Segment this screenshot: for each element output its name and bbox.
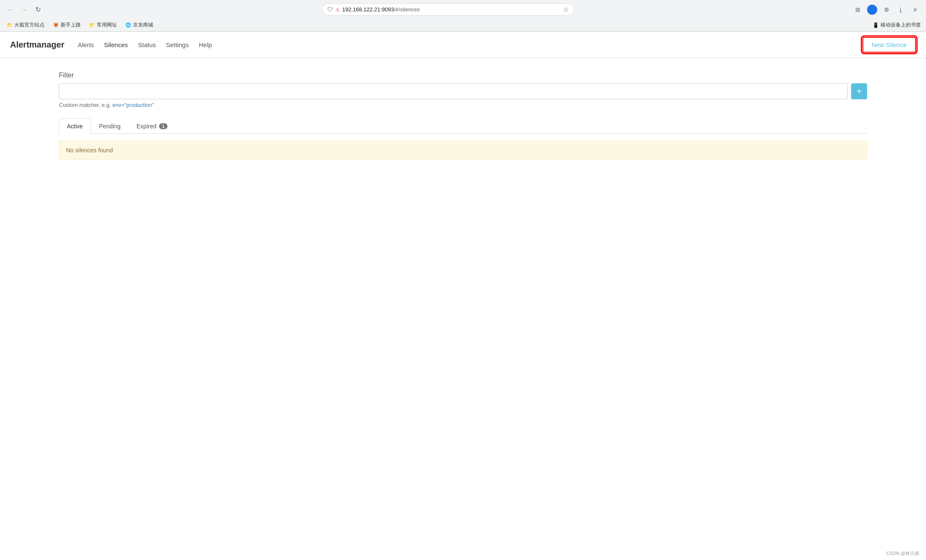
browser-chrome: ← → ↻ 🛡 ⚠ 192.168.122.21:9093/#/silences… — [0, 0, 926, 32]
bookmark-icon-1: 🦊 — [53, 22, 59, 28]
mobile-bookmarks[interactable]: 📱 移动设备上的书签 — [873, 21, 921, 29]
downloads-button[interactable]: ⭳ — [895, 4, 907, 16]
extensions-button[interactable]: ⊞ — [852, 4, 864, 16]
bookmarks-bar: 📁 火狐官方站点 🦊 新手上路 📁 常用网址 🌐 京东商城 📱 移动设备上的书签 — [0, 19, 926, 32]
tab-expired[interactable]: Expired 1 — [129, 118, 176, 134]
filter-example-link[interactable]: env="production" — [112, 102, 154, 108]
filter-hint: Custom matcher, e.g. env="production" — [59, 102, 867, 108]
bookmark-jd[interactable]: 🌐 京东商城 — [124, 21, 155, 29]
browser-actions: ⊞ ⚙ ⭳ ≡ — [852, 4, 921, 16]
bookmark-icon-3: 🌐 — [125, 22, 131, 28]
tabs-container: Active Pending Expired 1 — [59, 118, 867, 134]
bookmark-common-sites[interactable]: 📁 常用网址 — [88, 21, 119, 29]
app-title: Alertmanager — [10, 40, 64, 50]
nav-settings[interactable]: Settings — [166, 41, 189, 48]
nav-status[interactable]: Status — [138, 41, 156, 48]
security-icon: 🛡 — [327, 6, 333, 13]
page-footer: CSDN @林凡侯 — [886, 550, 919, 557]
nav-buttons: ← → ↻ — [5, 4, 44, 16]
nav-silences[interactable]: Silences — [104, 41, 128, 48]
filter-section: Filter + Custom matcher, e.g. env="produ… — [59, 72, 867, 108]
nav-help[interactable]: Help — [199, 41, 212, 48]
menu-button[interactable]: ≡ — [909, 4, 921, 16]
app-nav: Alerts Silences Status Settings Help New… — [78, 37, 916, 53]
warning-icon: ⚠ — [335, 7, 340, 13]
bookmark-star-icon[interactable]: ☆ — [563, 5, 569, 13]
no-silences-alert: No silences found — [59, 141, 867, 160]
expired-tab-badge: 1 — [159, 123, 167, 129]
address-bar[interactable]: 🛡 ⚠ 192.168.122.21:9093/#/silences ☆ — [322, 3, 574, 16]
new-silence-button[interactable]: New Silence — [862, 37, 916, 53]
mobile-bookmarks-icon: 📱 — [873, 22, 879, 28]
main-content: Filter + Custom matcher, e.g. env="produ… — [0, 58, 926, 560]
url-display: 192.168.122.21:9093/#/silences — [342, 6, 560, 13]
bookmark-new-user[interactable]: 🦊 新手上路 — [51, 21, 82, 29]
bookmark-icon-2: 📁 — [89, 22, 95, 28]
browser-toolbar: ← → ↻ 🛡 ⚠ 192.168.122.21:9093/#/silences… — [0, 0, 926, 19]
back-button[interactable]: ← — [5, 4, 17, 16]
filter-input[interactable] — [59, 83, 848, 99]
profile-icon — [867, 5, 877, 15]
tab-active[interactable]: Active — [59, 118, 91, 134]
profile-button[interactable] — [866, 4, 878, 16]
tab-pending[interactable]: Pending — [91, 118, 128, 134]
settings-button[interactable]: ⚙ — [881, 4, 892, 16]
reload-button[interactable]: ↻ — [32, 4, 44, 16]
app-header: Alertmanager Alerts Silences Status Sett… — [0, 32, 926, 58]
forward-button[interactable]: → — [19, 4, 30, 16]
filter-label: Filter — [59, 72, 867, 79]
bookmark-icon-0: 📁 — [7, 22, 13, 28]
nav-alerts[interactable]: Alerts — [78, 41, 94, 48]
bookmark-firefox-official[interactable]: 📁 火狐官方站点 — [5, 21, 46, 29]
add-filter-button[interactable]: + — [851, 83, 867, 99]
filter-input-row: + — [59, 83, 867, 99]
